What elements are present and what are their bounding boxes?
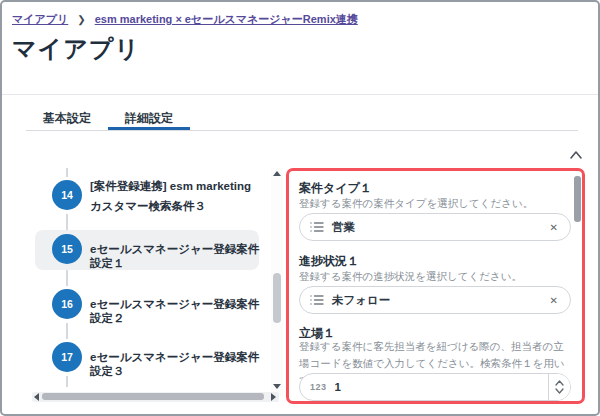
stepper-up-button[interactable] [555, 380, 564, 386]
select-progress[interactable]: 未フォロー ✕ [299, 286, 571, 314]
tab-basic-settings[interactable]: 基本設定 [26, 108, 108, 130]
chevron-right-icon: ❯ [77, 14, 85, 25]
select-case-type-value: 営業 [332, 220, 355, 235]
stepper-down-button[interactable] [555, 388, 564, 394]
scroll-up-arrow[interactable] [273, 171, 281, 176]
number-stepper [548, 374, 570, 400]
step-number-badge: 17 [52, 342, 82, 372]
horizontal-scrollbar-thumb[interactable] [42, 393, 264, 400]
list-icon [310, 294, 324, 306]
vertical-scrollbar-thumb[interactable] [273, 273, 281, 323]
breadcrumb-link-integration[interactable]: esm marketing × eセールスマネージャーRemix連携 [95, 12, 358, 27]
step-label: eセールスマネージャー登録案件設定２ [90, 297, 262, 325]
header-divider [2, 94, 598, 95]
collapse-chevron-up-icon[interactable] [569, 150, 585, 162]
step-item-16[interactable]: 16 eセールスマネージャー登録案件設定２ [35, 289, 259, 319]
list-icon [310, 221, 324, 233]
app-window: マイアプリ ❯ esm marketing × eセールスマネージャーRemix… [0, 0, 600, 416]
number-123-icon: 123 [310, 382, 327, 392]
page-title: マイアプリ [12, 33, 140, 65]
step-item-14[interactable]: 14 [案件登録連携] esm marketingカスタマー検索条件３ [35, 174, 259, 222]
select-progress-value: 未フォロー [332, 293, 390, 308]
number-input-position[interactable]: 123 1 [299, 373, 571, 401]
select-case-type[interactable]: 営業 ✕ [299, 213, 571, 241]
scroll-down-arrow[interactable] [273, 384, 281, 389]
step-connector [66, 323, 68, 339]
step-number-badge: 16 [52, 289, 82, 319]
step-item-17[interactable]: 17 eセールスマネージャー登録案件設定３ [35, 342, 259, 372]
breadcrumb-link-myapp[interactable]: マイアプリ [12, 12, 68, 27]
step-number-badge: 15 [52, 234, 82, 264]
step-connector [66, 376, 68, 387]
step-item-15-selected[interactable]: 15 eセールスマネージャー登録案件設定１ [35, 230, 259, 270]
tab-advanced-settings[interactable]: 詳細設定 [108, 108, 190, 130]
scroll-left-arrow[interactable] [34, 393, 39, 401]
field-help-case-type: 登録する案件の案件タイプを選択してください。 [299, 195, 571, 212]
step-number-badge: 14 [52, 180, 82, 210]
scroll-right-arrow[interactable] [271, 393, 276, 401]
breadcrumb: マイアプリ ❯ esm marketing × eセールスマネージャーRemix… [12, 12, 358, 27]
step-label: eセールスマネージャー登録案件設定３ [90, 350, 262, 378]
clear-icon[interactable]: ✕ [548, 220, 560, 235]
clear-icon[interactable]: ✕ [548, 293, 560, 308]
panel-scrollbar-thumb[interactable] [574, 176, 581, 222]
tab-bar: 基本設定 詳細設定 [26, 108, 578, 131]
step-connector [66, 268, 68, 286]
number-input-position-value: 1 [335, 381, 341, 393]
field-help-progress: 登録する案件の進捗状況を選択してください。 [299, 268, 571, 285]
step-label: eセールスマネージャー登録案件設定１ [90, 242, 262, 270]
step-label: [案件登録連携] esm marketingカスタマー検索条件３ [90, 176, 262, 216]
